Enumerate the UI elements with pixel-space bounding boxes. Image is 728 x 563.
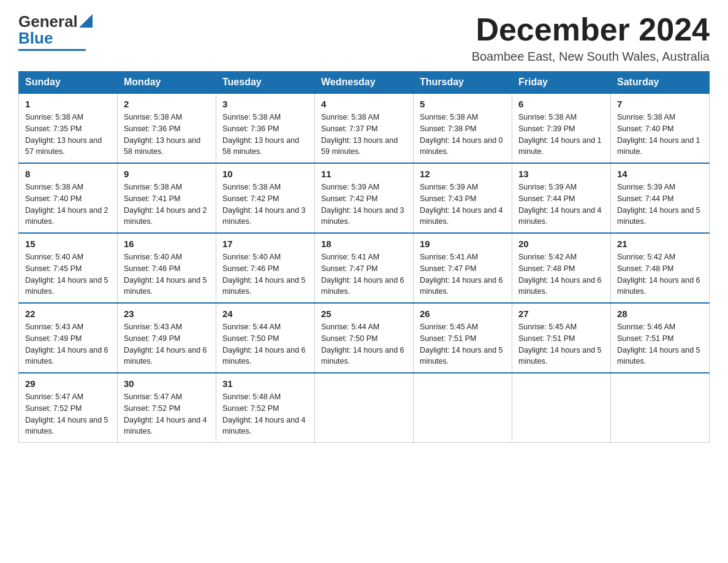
- day-number: 20: [518, 239, 604, 249]
- day-number: 23: [124, 308, 210, 319]
- title-area: December 2024 Boambee East, New South Wa…: [472, 12, 710, 64]
- day-number: 22: [25, 308, 111, 319]
- day-info: Sunrise: 5:43 AMSunset: 7:49 PMDaylight:…: [124, 321, 210, 367]
- day-number: 26: [420, 308, 506, 319]
- day-info: Sunrise: 5:38 AMSunset: 7:38 PMDaylight:…: [420, 112, 506, 158]
- table-row: 19Sunrise: 5:41 AMSunset: 7:47 PMDayligh…: [414, 233, 512, 303]
- day-info: Sunrise: 5:46 AMSunset: 7:51 PMDaylight:…: [617, 321, 703, 367]
- day-info: Sunrise: 5:38 AMSunset: 7:41 PMDaylight:…: [124, 182, 210, 228]
- day-number: 15: [25, 239, 111, 249]
- table-row: [512, 373, 611, 443]
- day-info: Sunrise: 5:39 AMSunset: 7:44 PMDaylight:…: [518, 182, 604, 228]
- header: General Blue December 2024 Boambee East,…: [18, 12, 710, 64]
- day-info: Sunrise: 5:41 AMSunset: 7:47 PMDaylight:…: [420, 251, 506, 297]
- table-row: 30Sunrise: 5:47 AMSunset: 7:52 PMDayligh…: [118, 373, 216, 443]
- day-number: 21: [617, 239, 703, 249]
- day-number: 12: [420, 169, 506, 179]
- day-number: 2: [124, 99, 210, 109]
- day-info: Sunrise: 5:45 AMSunset: 7:51 PMDaylight:…: [420, 321, 506, 367]
- day-info: Sunrise: 5:40 AMSunset: 7:46 PMDaylight:…: [124, 251, 210, 297]
- table-row: 26Sunrise: 5:45 AMSunset: 7:51 PMDayligh…: [414, 303, 512, 373]
- day-info: Sunrise: 5:40 AMSunset: 7:46 PMDaylight:…: [222, 251, 308, 297]
- header-tuesday: Tuesday: [216, 72, 315, 94]
- table-row: 3Sunrise: 5:38 AMSunset: 7:36 PMDaylight…: [216, 93, 315, 163]
- table-row: 23Sunrise: 5:43 AMSunset: 7:49 PMDayligh…: [118, 303, 216, 373]
- day-info: Sunrise: 5:38 AMSunset: 7:36 PMDaylight:…: [124, 112, 210, 158]
- table-row: 1Sunrise: 5:38 AMSunset: 7:35 PMDaylight…: [19, 93, 118, 163]
- day-info: Sunrise: 5:47 AMSunset: 7:52 PMDaylight:…: [25, 391, 111, 437]
- day-number: 10: [222, 169, 308, 179]
- header-sunday: Sunday: [19, 72, 118, 94]
- day-info: Sunrise: 5:38 AMSunset: 7:39 PMDaylight:…: [518, 112, 604, 158]
- header-friday: Friday: [512, 72, 611, 94]
- table-row: 14Sunrise: 5:39 AMSunset: 7:44 PMDayligh…: [611, 163, 710, 233]
- header-thursday: Thursday: [414, 72, 512, 94]
- table-row: 13Sunrise: 5:39 AMSunset: 7:44 PMDayligh…: [512, 163, 611, 233]
- day-info: Sunrise: 5:42 AMSunset: 7:48 PMDaylight:…: [518, 251, 604, 297]
- table-row: 5Sunrise: 5:38 AMSunset: 7:38 PMDaylight…: [414, 93, 512, 163]
- table-row: 18Sunrise: 5:41 AMSunset: 7:47 PMDayligh…: [315, 233, 414, 303]
- table-row: 11Sunrise: 5:39 AMSunset: 7:42 PMDayligh…: [315, 163, 414, 233]
- day-number: 7: [617, 99, 703, 109]
- table-row: 17Sunrise: 5:40 AMSunset: 7:46 PMDayligh…: [216, 233, 315, 303]
- day-number: 16: [124, 239, 210, 249]
- table-row: 25Sunrise: 5:44 AMSunset: 7:50 PMDayligh…: [315, 303, 414, 373]
- table-row: 15Sunrise: 5:40 AMSunset: 7:45 PMDayligh…: [19, 233, 118, 303]
- day-number: 3: [222, 99, 308, 109]
- table-row: [611, 373, 710, 443]
- day-info: Sunrise: 5:39 AMSunset: 7:43 PMDaylight:…: [420, 182, 506, 228]
- day-number: 13: [518, 169, 604, 179]
- table-row: 6Sunrise: 5:38 AMSunset: 7:39 PMDaylight…: [512, 93, 611, 163]
- day-number: 14: [617, 169, 703, 179]
- calendar-week-row: 8Sunrise: 5:38 AMSunset: 7:40 PMDaylight…: [19, 163, 710, 233]
- day-info: Sunrise: 5:40 AMSunset: 7:45 PMDaylight:…: [25, 251, 111, 297]
- calendar-header-row: Sunday Monday Tuesday Wednesday Thursday…: [19, 72, 710, 94]
- day-number: 25: [321, 308, 407, 319]
- table-row: 20Sunrise: 5:42 AMSunset: 7:48 PMDayligh…: [512, 233, 611, 303]
- day-number: 8: [25, 169, 111, 179]
- table-row: 29Sunrise: 5:47 AMSunset: 7:52 PMDayligh…: [19, 373, 118, 443]
- table-row: 21Sunrise: 5:42 AMSunset: 7:48 PMDayligh…: [611, 233, 710, 303]
- calendar-week-row: 15Sunrise: 5:40 AMSunset: 7:45 PMDayligh…: [19, 233, 710, 303]
- table-row: 10Sunrise: 5:38 AMSunset: 7:42 PMDayligh…: [216, 163, 315, 233]
- logo-blue: Blue: [18, 29, 53, 47]
- header-monday: Monday: [118, 72, 216, 94]
- day-number: 19: [420, 239, 506, 249]
- day-number: 30: [124, 378, 210, 389]
- day-info: Sunrise: 5:38 AMSunset: 7:42 PMDaylight:…: [222, 182, 308, 228]
- day-number: 29: [25, 378, 111, 389]
- day-number: 18: [321, 239, 407, 249]
- day-info: Sunrise: 5:44 AMSunset: 7:50 PMDaylight:…: [222, 321, 308, 367]
- table-row: 16Sunrise: 5:40 AMSunset: 7:46 PMDayligh…: [118, 233, 216, 303]
- day-number: 24: [222, 308, 308, 319]
- month-title: December 2024: [472, 12, 710, 47]
- svg-marker-0: [79, 14, 93, 28]
- day-info: Sunrise: 5:41 AMSunset: 7:47 PMDaylight:…: [321, 251, 407, 297]
- logo-triangle-icon: [79, 14, 93, 28]
- table-row: 4Sunrise: 5:38 AMSunset: 7:37 PMDaylight…: [315, 93, 414, 163]
- day-info: Sunrise: 5:42 AMSunset: 7:48 PMDaylight:…: [617, 251, 703, 297]
- day-number: 17: [222, 239, 308, 249]
- day-info: Sunrise: 5:43 AMSunset: 7:49 PMDaylight:…: [25, 321, 111, 367]
- calendar-week-row: 22Sunrise: 5:43 AMSunset: 7:49 PMDayligh…: [19, 303, 710, 373]
- calendar-week-row: 29Sunrise: 5:47 AMSunset: 7:52 PMDayligh…: [19, 373, 710, 443]
- table-row: 24Sunrise: 5:44 AMSunset: 7:50 PMDayligh…: [216, 303, 315, 373]
- day-number: 6: [518, 99, 604, 109]
- table-row: 31Sunrise: 5:48 AMSunset: 7:52 PMDayligh…: [216, 373, 315, 443]
- day-number: 5: [420, 99, 506, 109]
- day-number: 9: [124, 169, 210, 179]
- table-row: [414, 373, 512, 443]
- table-row: 27Sunrise: 5:45 AMSunset: 7:51 PMDayligh…: [512, 303, 611, 373]
- table-row: 7Sunrise: 5:38 AMSunset: 7:40 PMDaylight…: [611, 93, 710, 163]
- day-number: 28: [617, 308, 703, 319]
- day-number: 31: [222, 378, 308, 389]
- day-info: Sunrise: 5:38 AMSunset: 7:36 PMDaylight:…: [222, 112, 308, 158]
- logo: General Blue: [18, 12, 93, 51]
- location-subtitle: Boambee East, New South Wales, Australia: [472, 50, 710, 64]
- table-row: 9Sunrise: 5:38 AMSunset: 7:41 PMDaylight…: [118, 163, 216, 233]
- day-number: 27: [518, 308, 604, 319]
- day-info: Sunrise: 5:39 AMSunset: 7:42 PMDaylight:…: [321, 182, 407, 228]
- table-row: 12Sunrise: 5:39 AMSunset: 7:43 PMDayligh…: [414, 163, 512, 233]
- day-info: Sunrise: 5:39 AMSunset: 7:44 PMDaylight:…: [617, 182, 703, 228]
- day-info: Sunrise: 5:45 AMSunset: 7:51 PMDaylight:…: [518, 321, 604, 367]
